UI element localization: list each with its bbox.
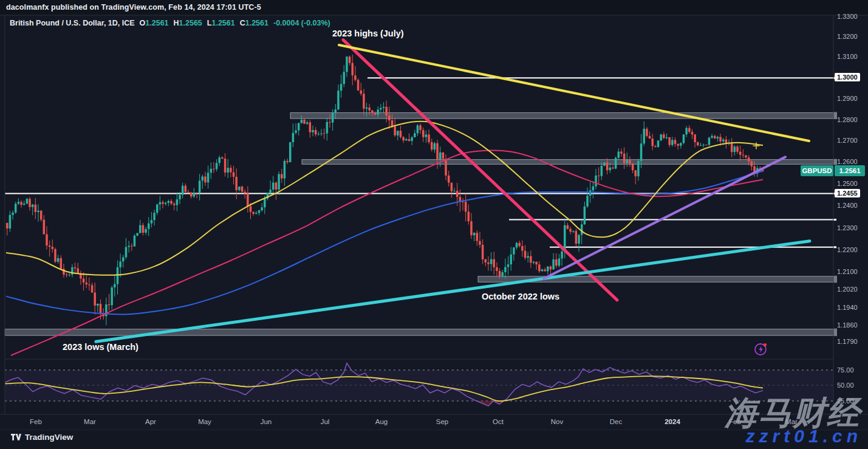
candle-body [649,136,651,139]
candle-body [275,183,278,190]
candle-body [592,187,595,191]
candle-body [714,136,716,139]
candle-body [496,267,498,271]
candle-body [187,192,190,193]
candle-body [685,128,688,135]
candle-body [142,225,145,233]
candle-body [83,278,85,283]
candle-body [736,146,739,151]
candle-body [674,140,677,143]
candle-body [479,241,481,245]
candle-body [219,157,221,163]
candle-body [349,57,351,63]
candle-body [547,267,549,272]
flash-alert-icon[interactable] [753,341,769,357]
candle-body [250,206,252,211]
candle-body [173,204,176,205]
ma-200-blue [6,171,763,314]
candle-body [490,259,493,264]
candle-body [199,180,201,193]
candle-body [507,264,510,267]
candle-body [131,246,133,247]
time-axis-label: Jun [261,418,272,425]
candle-body [493,259,496,267]
candle-body [91,285,94,292]
candle-body [168,201,170,203]
candle-body [663,134,665,138]
candle-body [408,139,411,141]
candle-body [734,146,736,152]
candle-body [722,140,725,142]
price-axis-label: 1.1790 [837,338,858,345]
candle-body [680,143,682,146]
candle-body [516,243,518,248]
candle-body [202,176,204,180]
candle-body [748,157,750,161]
level-axis-tick [833,246,836,248]
candle-body [431,142,433,149]
candle-body [595,176,597,187]
trendline-highs-resistance [339,45,809,141]
candle-body [182,186,184,195]
candle-body [371,111,374,113]
candle-body [329,122,331,123]
candle-body [20,202,22,205]
candle-body [326,122,329,134]
candle-body [671,140,674,145]
trendline-lows-uptrend [96,241,810,342]
time-axis-label: Jul [321,418,330,425]
price-axis-label: 1.3300 [837,13,858,20]
candle-body [626,160,629,163]
candle-body [635,170,637,176]
candle-body [125,247,128,258]
candle-body [468,211,470,221]
rsi-axis-label: 75.00 [837,366,854,374]
candle-body [303,120,306,124]
candle-body [524,251,527,258]
candle-body [538,264,541,271]
candle-body [284,161,286,179]
annotation-2023-highs: 2023 highs (July) [332,29,404,38]
candle-body [677,144,679,146]
tradingview-published-chart: dacolmanfx published on TradingView.com,… [0,0,868,449]
candle-body [575,231,578,244]
candle-body [100,304,102,314]
candle-body [252,212,255,214]
candle-body [227,168,229,173]
price-axis-label: 1.2400 [837,202,858,209]
candle-body [400,131,402,137]
candle-body [691,132,694,134]
candle-body [397,131,399,135]
candle-body [643,129,646,143]
candle-body [417,125,419,133]
candle-body [612,168,614,169]
candle-body [632,163,634,170]
candle-body [425,134,428,137]
candle-body [343,72,346,84]
candle-body [269,190,272,193]
candle-body [46,235,48,246]
candle-body [609,168,612,170]
candle-body [312,130,314,132]
candle-body [6,223,9,228]
candle-body [309,122,312,132]
candle-body [527,256,529,258]
candle-body [719,137,722,141]
chart-legend[interactable]: British Pound / U.S. Dollar, 1D, ICEO1.2… [10,19,330,27]
open-value: 1.2561 [145,19,168,27]
candle-body [623,154,626,163]
candle-body [552,259,555,270]
candle-body [210,169,213,173]
candle-body [745,156,747,157]
notification-dot [764,343,767,346]
candle-body [499,271,501,276]
candle-body [119,261,121,267]
tradingview-logo[interactable]: TradingView [11,433,73,442]
candle-body [74,267,77,269]
candle-body [165,203,167,204]
candle-body [640,143,643,161]
time-axis-label: 2024 [665,418,680,425]
candle-body [569,229,572,232]
candle-body [368,108,371,111]
candle-body [366,108,368,109]
